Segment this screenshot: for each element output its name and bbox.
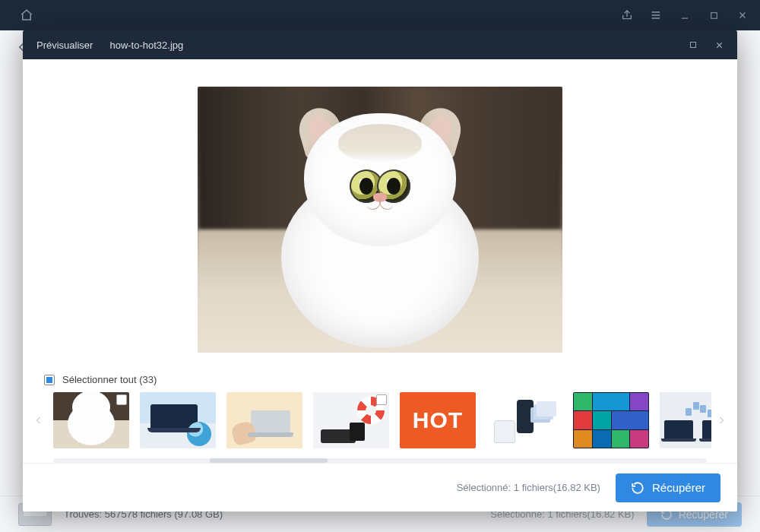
- thumb-hot-text: HOT: [413, 407, 463, 433]
- preview-area: [23, 59, 737, 369]
- modal-footer: Sélectionné: 1 fichiers(16.82 KB) Récupé…: [23, 463, 737, 511]
- maximize-icon[interactable]: [702, 4, 725, 27]
- select-all-label: Sélectionner tout (33): [62, 374, 157, 385]
- selected-info: Sélectionné: 1 fichiers(16.82 KB): [457, 482, 600, 493]
- modal-close-icon[interactable]: [708, 34, 730, 55]
- home-icon[interactable]: [15, 4, 38, 27]
- svg-rect-1: [691, 43, 696, 48]
- thumb-next-button[interactable]: [713, 390, 730, 451]
- thumbnail-item[interactable]: [313, 392, 389, 448]
- thumb-scrollbar[interactable]: [53, 458, 707, 463]
- thumbnail-item[interactable]: HOT: [400, 392, 476, 448]
- thumb-checkbox[interactable]: [116, 394, 127, 405]
- thumbnail-strip: HOT: [23, 390, 737, 457]
- modal-title-prefix: Prévisualiser: [36, 40, 93, 51]
- thumb-scrollbar-handle[interactable]: [210, 458, 328, 463]
- main-titlebar: [0, 0, 760, 30]
- modal-maximize-icon[interactable]: [682, 34, 704, 55]
- svg-rect-0: [711, 12, 717, 18]
- thumbnail-item[interactable]: [486, 392, 562, 448]
- thumbnail-item[interactable]: [573, 392, 649, 448]
- thumbnail-item[interactable]: [660, 392, 711, 448]
- thumb-prev-button[interactable]: [30, 390, 47, 451]
- thumbnail-item[interactable]: [226, 392, 302, 448]
- select-all-row: Sélectionner tout (33): [23, 369, 737, 390]
- recover-button[interactable]: Récupérer: [616, 473, 720, 502]
- select-all-checkbox[interactable]: [44, 375, 55, 385]
- recover-button-label: Récupérer: [652, 481, 705, 494]
- minimize-icon[interactable]: [673, 4, 696, 27]
- preview-modal: Prévisualiser how-to-hot32.jpg: [23, 30, 737, 511]
- restore-icon: [631, 481, 644, 495]
- thumbnails: HOT: [49, 392, 711, 448]
- thumbnail-item[interactable]: [53, 392, 129, 448]
- thumbnail-item[interactable]: [140, 392, 216, 448]
- thumb-checkbox[interactable]: [376, 394, 387, 405]
- close-icon[interactable]: [731, 4, 754, 27]
- preview-image: [198, 87, 562, 353]
- modal-titlebar: Prévisualiser how-to-hot32.jpg: [23, 30, 737, 59]
- modal-filename: how-to-hot32.jpg: [109, 40, 183, 51]
- menu-icon[interactable]: [644, 4, 667, 27]
- share-icon[interactable]: [616, 4, 638, 27]
